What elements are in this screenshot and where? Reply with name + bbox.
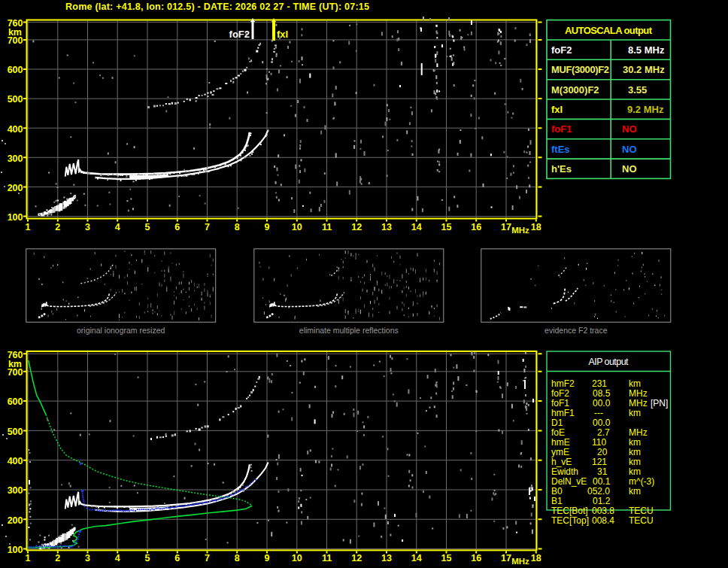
svg-text:12: 12 — [351, 553, 362, 563]
svg-text:200: 200 — [8, 515, 23, 526]
svg-text:foE: foE — [551, 427, 565, 438]
svg-text:7: 7 — [205, 553, 210, 563]
svg-text:DelN_vE: DelN_vE — [551, 476, 587, 487]
svg-text:01.2: 01.2 — [593, 496, 611, 506]
svg-text:5: 5 — [145, 553, 150, 563]
svg-text:6: 6 — [174, 222, 180, 232]
svg-text:hmF1: hmF1 — [551, 408, 575, 418]
svg-text:3: 3 — [85, 222, 90, 232]
svg-text:fxI: fxI — [551, 104, 563, 115]
svg-text:231: 231 — [592, 378, 607, 389]
svg-text:052.0: 052.0 — [587, 486, 610, 497]
svg-text:500: 500 — [8, 427, 23, 437]
svg-text:100: 100 — [8, 545, 23, 555]
svg-text:15: 15 — [441, 553, 452, 563]
svg-text:TECU: TECU — [629, 515, 654, 526]
svg-text:6: 6 — [174, 553, 180, 563]
svg-text:00.1: 00.1 — [593, 476, 611, 487]
svg-text:8: 8 — [235, 222, 240, 232]
svg-text:2.7: 2.7 — [597, 427, 610, 438]
svg-text:100: 100 — [8, 212, 23, 223]
svg-text:11: 11 — [322, 553, 332, 563]
svg-text:003.8: 003.8 — [592, 506, 614, 516]
svg-text:30.2 MHz: 30.2 MHz — [623, 64, 665, 75]
svg-text:31: 31 — [597, 466, 608, 477]
svg-text:008.4: 008.4 — [592, 515, 614, 526]
svg-text:1: 1 — [26, 553, 31, 563]
svg-text:ftEs: ftEs — [551, 144, 570, 155]
svg-text:foF1: foF1 — [551, 398, 569, 409]
svg-text:h_vE: h_vE — [551, 457, 572, 467]
svg-text:foF2: foF2 — [551, 388, 569, 399]
svg-text:400: 400 — [8, 124, 23, 135]
svg-text:MHz: MHz — [511, 226, 529, 235]
svg-text:eliminate multiple reflections: eliminate multiple reflections — [299, 326, 399, 335]
svg-text:9.2 MHz: 9.2 MHz — [627, 104, 664, 115]
svg-text:9: 9 — [265, 222, 270, 232]
svg-text:foF1: foF1 — [551, 123, 572, 135]
svg-text:D1: D1 — [551, 418, 563, 428]
svg-text:110: 110 — [592, 437, 606, 448]
svg-text:2: 2 — [55, 553, 60, 563]
svg-text:AIP output: AIP output — [589, 357, 629, 367]
svg-text:km: km — [629, 486, 641, 497]
svg-text:MUF(3000)F2: MUF(3000)F2 — [551, 64, 609, 75]
svg-text:300: 300 — [8, 485, 23, 496]
svg-text:8: 8 — [235, 553, 240, 563]
svg-text:10: 10 — [292, 222, 302, 232]
svg-text:km: km — [629, 457, 641, 467]
svg-text:B0: B0 — [551, 486, 563, 497]
svg-text:5: 5 — [145, 222, 150, 232]
svg-text:MHz: MHz — [629, 398, 648, 409]
svg-text:MHz: MHz — [511, 557, 529, 566]
svg-text:km: km — [629, 466, 641, 477]
svg-text:TECU: TECU — [629, 506, 654, 516]
svg-text:AUTOSCALA output: AUTOSCALA output — [565, 25, 653, 36]
svg-text:1: 1 — [26, 222, 31, 232]
svg-text:Ewidth: Ewidth — [551, 466, 578, 477]
svg-text:4: 4 — [115, 222, 120, 232]
svg-text:18: 18 — [531, 553, 541, 563]
svg-text:20: 20 — [597, 447, 608, 457]
svg-text:2: 2 — [55, 222, 60, 232]
svg-text:16: 16 — [471, 222, 481, 232]
svg-text:400: 400 — [8, 456, 23, 466]
svg-text:18: 18 — [531, 222, 541, 232]
svg-text:15: 15 — [441, 222, 452, 232]
svg-text:12: 12 — [351, 222, 362, 232]
svg-text:9: 9 — [265, 553, 270, 563]
svg-text:14: 14 — [411, 553, 422, 563]
svg-text:600: 600 — [8, 396, 23, 407]
svg-text:17: 17 — [501, 553, 511, 563]
svg-text:NO: NO — [622, 163, 637, 175]
svg-text:Rome (lat: +41.8, lon: 012.5): Rome (lat: +41.8, lon: 012.5) - DATE: 20… — [65, 2, 369, 12]
svg-text:km: km — [629, 437, 641, 448]
svg-text:16: 16 — [471, 553, 481, 563]
svg-text:13: 13 — [381, 222, 392, 232]
svg-text:7: 7 — [205, 222, 210, 232]
svg-text:8.5 MHz: 8.5 MHz — [628, 44, 665, 56]
svg-text:3: 3 — [85, 553, 90, 563]
svg-text:08.5: 08.5 — [593, 388, 611, 399]
svg-text:600: 600 — [8, 65, 23, 75]
svg-text:km: km — [629, 408, 641, 418]
svg-text:B1: B1 — [551, 496, 563, 506]
svg-text:00.0: 00.0 — [593, 398, 611, 409]
svg-text:M(3000)F2: M(3000)F2 — [551, 84, 599, 96]
svg-text:MHz: MHz — [629, 427, 648, 438]
svg-text:hmF2: hmF2 — [551, 378, 575, 389]
svg-text:foF2: foF2 — [551, 44, 572, 56]
svg-text:TEC[Top]: TEC[Top] — [551, 515, 589, 526]
svg-text:4: 4 — [115, 553, 120, 563]
svg-text:MHz: MHz — [629, 388, 648, 399]
svg-text:500: 500 — [8, 94, 23, 105]
svg-text:NO: NO — [622, 123, 637, 135]
svg-text:13: 13 — [381, 553, 392, 563]
svg-text:km: km — [8, 27, 22, 38]
svg-text:m^(-3): m^(-3) — [629, 476, 654, 487]
svg-text:121: 121 — [592, 457, 607, 467]
svg-text:NO: NO — [622, 144, 637, 155]
svg-text:fxI: fxI — [277, 29, 288, 40]
svg-text:original ionogram resized: original ionogram resized — [77, 326, 165, 335]
svg-text:---: --- — [594, 408, 603, 418]
